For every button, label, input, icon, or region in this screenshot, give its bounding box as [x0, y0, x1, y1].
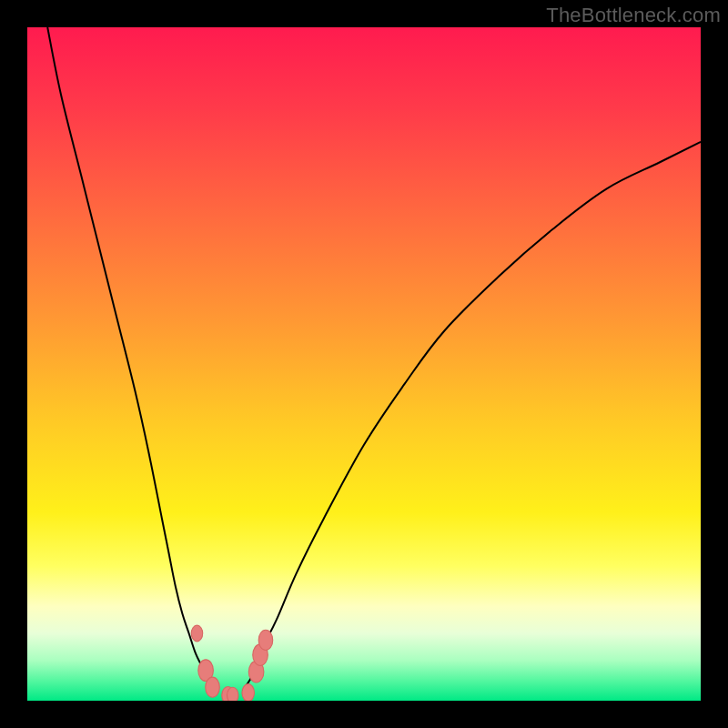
data-marker — [258, 630, 273, 650]
data-marker — [206, 677, 220, 697]
bottleneck-curve — [27, 27, 701, 701]
data-marker — [242, 684, 254, 702]
data-marker — [227, 687, 238, 701]
watermark-text: TheBottleneck.com — [546, 4, 721, 27]
data-markers — [191, 625, 272, 701]
curve-right-branch — [243, 142, 701, 691]
curve-left-branch — [47, 27, 216, 691]
plot-area — [27, 27, 701, 701]
chart-frame: TheBottleneck.com — [0, 0, 728, 728]
data-marker — [191, 625, 202, 642]
